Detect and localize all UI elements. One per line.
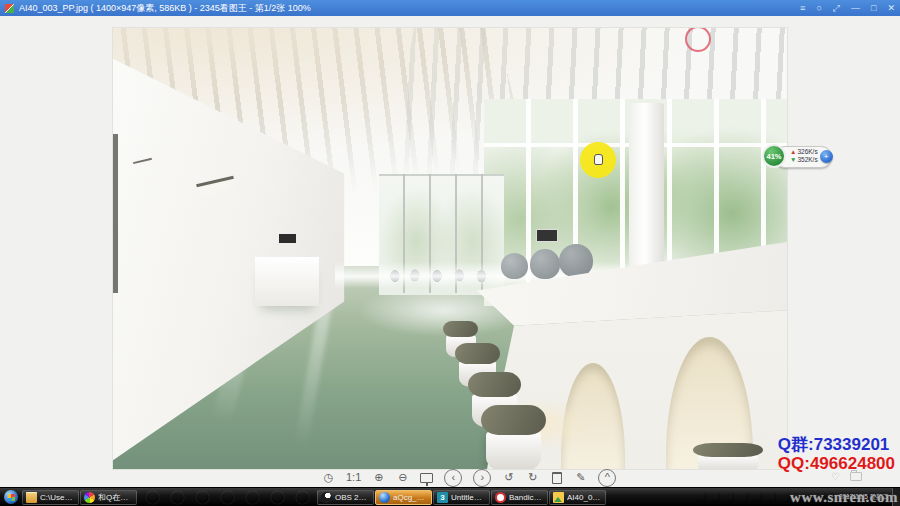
taskbar-button-label: AI40_001_... [567, 493, 602, 502]
loop-button[interactable]: ○ [816, 0, 821, 16]
bar-stool [693, 443, 764, 469]
corner-mini-icons: ♡ [831, 471, 862, 482]
taskbar-app-icon [321, 492, 332, 503]
bird-icon[interactable] [146, 491, 159, 504]
lounge-chair [530, 249, 560, 280]
viewer-toolbar: ◷1:1⊕⊖‹›↺↻✎^ [322, 468, 616, 487]
tray-icon-3[interactable] [725, 493, 734, 502]
wall-edge [113, 134, 118, 293]
upload-arrow-icon: ▲ [790, 148, 796, 155]
memory-ball[interactable]: 41% [762, 144, 786, 168]
flame-icon[interactable] [246, 491, 259, 504]
bar-stool [481, 405, 546, 469]
next-image-button[interactable]: › [473, 469, 491, 487]
taskbar-button-explorer[interactable]: C:\Users\... [22, 490, 79, 505]
taskbar-buttons-mid: OBS 20.1... aQcg_Vip... Untitled - ... B… [317, 490, 607, 505]
edit-button[interactable]: ✎ [574, 470, 587, 486]
tray-icon-6[interactable] [767, 493, 776, 502]
qq-group-text: Q群:73339201 [778, 435, 895, 454]
zoom-in-button[interactable]: ⊕ [372, 470, 385, 486]
taskbar-button-bandicam[interactable]: Bandicam [491, 490, 548, 505]
zoom-out-button[interactable]: ⊖ [396, 470, 409, 486]
previous-image-button[interactable]: ‹ [444, 469, 462, 487]
taskbar: C:\Users\... 和Q在显... OBS 20.1... aQcg_Vi… [0, 487, 900, 506]
rotate-left-button[interactable]: ↺ [502, 470, 515, 486]
viewer-canvas[interactable] [113, 28, 787, 469]
taskbar-button-image-file[interactable]: AI40_001_... [549, 490, 606, 505]
actual-size-button[interactable]: 1:1 [346, 470, 361, 486]
tray-icon-7[interactable] [781, 493, 790, 502]
taskbar-button-label: Bandicam [509, 493, 544, 502]
taskbar-button-label: Untitled - ... [451, 493, 486, 502]
taskbar-button-label: aQcg_Vip... [393, 493, 428, 502]
reception-desk [255, 257, 319, 306]
browser-icon[interactable] [221, 491, 234, 504]
taskbar-button-3dsmax[interactable]: Untitled - ... [433, 490, 490, 505]
taskbar-button-label: 和Q在显... [98, 492, 133, 503]
menu-button[interactable]: ≡ [800, 0, 805, 16]
minimize-button[interactable]: — [851, 0, 860, 16]
slideshow-button[interactable] [420, 470, 433, 486]
tray-icon-5[interactable] [753, 493, 762, 502]
collapse-toolbar-button[interactable]: ^ [598, 469, 616, 487]
window-title: AI40_003_PP.jpg ( 1400×947像素, 586KB ) - … [19, 2, 311, 15]
boost-ball-icon[interactable]: + [820, 150, 833, 163]
start-button[interactable] [0, 488, 22, 506]
fullscreen-button[interactable]: ⤢ [833, 0, 840, 16]
tray-icon-2[interactable] [711, 493, 720, 502]
pill-icon[interactable] [296, 491, 309, 504]
quick-launch-icons [146, 491, 309, 504]
windows-logo-icon [4, 490, 18, 504]
taskbar-button-label: OBS 20.1... [335, 493, 370, 502]
lounge-chair [501, 253, 528, 279]
taskbar-button-obs[interactable]: OBS 20.1... [317, 490, 374, 505]
taskbar-app-icon [437, 492, 448, 503]
wall-screen [536, 229, 558, 242]
taskbar-app-icon [379, 492, 390, 503]
tray-icon-1[interactable] [697, 493, 706, 502]
taskbar-button-label: C:\Users\... [40, 493, 75, 502]
taskbar-app-icon [495, 492, 506, 503]
net-speed-widget[interactable]: 41% ▲326K/s ▼352K/s + [762, 144, 833, 168]
download-speed: 352K/s [797, 156, 817, 163]
browse-history-button[interactable]: ◷ [322, 470, 335, 486]
white-column [629, 103, 664, 288]
close-button[interactable]: ✕ [887, 0, 895, 16]
maximize-button[interactable]: □ [871, 0, 876, 16]
upload-speed: 326K/s [797, 148, 817, 155]
cursor-highlight [580, 142, 616, 178]
orb-icon[interactable] [171, 491, 184, 504]
download-arrow-icon: ▼ [790, 156, 796, 163]
moon-icon[interactable] [271, 491, 284, 504]
delete-button[interactable] [550, 470, 563, 486]
memory-percent: 41% [766, 152, 781, 161]
taskbar-buttons-left: C:\Users\... 和Q在显... [22, 490, 138, 505]
rotate-right-button[interactable]: ↻ [526, 470, 539, 486]
folder-icon[interactable] [850, 472, 862, 481]
contact-overlay: Q群:73339201 QQ:496624800 [778, 435, 895, 473]
taskbar-app-icon [26, 492, 37, 503]
heart-icon[interactable]: ♡ [831, 471, 840, 482]
app-logo-icon [5, 4, 14, 13]
taskbar-app-icon [84, 492, 95, 503]
window-controls: ≡○⤢—□✕ [800, 0, 895, 16]
lounge-chair [559, 244, 593, 277]
cursor-arrow-icon[interactable] [196, 491, 209, 504]
wall-screen [279, 234, 297, 244]
taskbar-app-icon [553, 492, 564, 503]
net-speed-rows: ▲326K/s ▼352K/s [790, 148, 818, 164]
tray-icon-4[interactable] [739, 493, 748, 502]
app-titlebar: AI40_003_PP.jpg ( 1400×947像素, 586KB ) - … [0, 0, 900, 16]
desktop-screen: AI40_003_PP.jpg ( 1400×947像素, 586KB ) - … [0, 0, 900, 506]
hand-cursor-icon [594, 154, 603, 165]
watermark-text: www.snren.com [790, 489, 898, 506]
taskbar-button-viewer-active[interactable]: aQcg_Vip... [375, 490, 432, 505]
taskbar-button-pinwheel-app[interactable]: 和Q在显... [80, 490, 137, 505]
